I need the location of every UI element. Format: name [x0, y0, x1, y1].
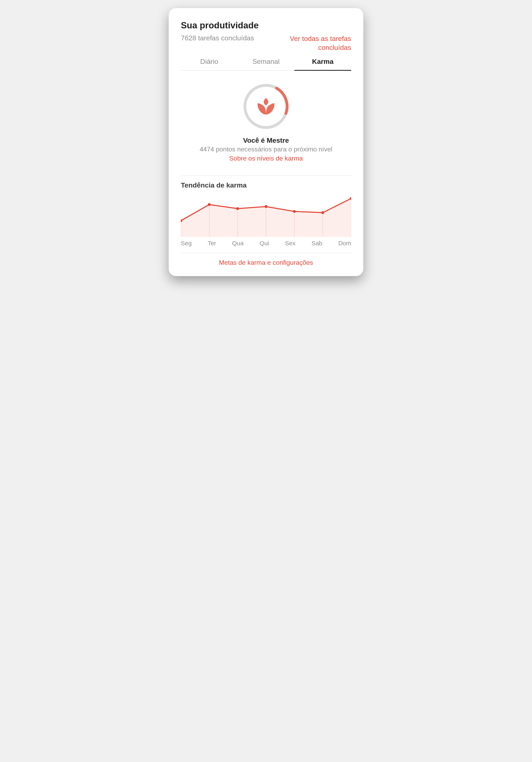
tab-daily[interactable]: Diário [181, 54, 238, 70]
tab-weekly[interactable]: Semanal [238, 54, 294, 70]
karma-level-title: Você é Mestre [181, 136, 351, 144]
svg-point-14 [321, 211, 324, 214]
about-karma-levels-link[interactable]: Sobre os níveis de karma [229, 155, 303, 162]
karma-trend-x-labels: SegTerQuaQuiSexSabDom [181, 240, 351, 247]
trend-x-label: Dom [339, 240, 351, 247]
trend-x-label: Qui [260, 240, 269, 247]
karma-trend-chart [181, 192, 351, 237]
trend-x-label: Sex [285, 240, 296, 247]
trend-x-label: Seg [181, 240, 191, 247]
trend-x-label: Qua [232, 240, 244, 247]
see-all-tasks-link[interactable]: Ver todas as tarefas concluídas [263, 34, 351, 52]
trend-x-label: Sab [311, 240, 322, 247]
karma-section: Você é Mestre 4474 pontos necessários pa… [181, 71, 351, 170]
productivity-card: Sua produtividade 7628 tarefas concluída… [169, 8, 363, 276]
tab-karma[interactable]: Karma [294, 54, 351, 71]
karma-flower-icon [258, 98, 274, 114]
section-divider [181, 175, 351, 176]
page-title: Sua produtividade [181, 20, 351, 31]
karma-goals-settings-link[interactable]: Metas de karma e configurações [181, 253, 351, 267]
subheader-row: 7628 tarefas concluídas Ver todas as tar… [181, 34, 351, 52]
tasks-completed-count: 7628 tarefas concluídas [181, 34, 254, 42]
karma-points-to-next: 4474 pontos necessários para o próximo n… [181, 146, 351, 153]
svg-point-12 [265, 205, 267, 208]
svg-point-11 [236, 207, 239, 210]
svg-point-13 [293, 210, 296, 213]
karma-progress-ring [242, 82, 290, 131]
karma-trend-title: Tendência de karma [181, 181, 351, 189]
svg-point-1 [242, 82, 290, 131]
trend-x-label: Ter [208, 240, 216, 247]
tabs-bar: Diário Semanal Karma [181, 54, 351, 71]
svg-point-10 [208, 203, 211, 206]
